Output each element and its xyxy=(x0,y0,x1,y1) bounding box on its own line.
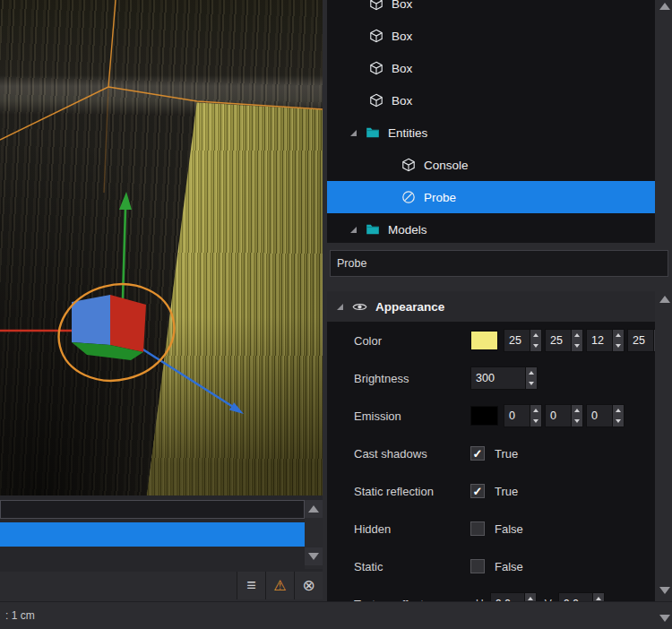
box-icon xyxy=(369,0,383,11)
spinner-value[interactable]: 25 xyxy=(504,330,530,351)
spinner-down-icon[interactable] xyxy=(530,416,541,427)
list-item[interactable] xyxy=(0,500,305,519)
spinner-down-icon[interactable] xyxy=(654,340,655,351)
tree-item-console[interactable]: Console xyxy=(327,149,655,181)
expand-arrow-icon[interactable] xyxy=(350,227,357,233)
scroll-down-button[interactable] xyxy=(305,547,323,565)
warning-icon: ⚠ xyxy=(273,577,286,594)
tree-item-label: Box xyxy=(392,30,412,43)
property-label: Static reflection xyxy=(354,485,470,498)
checkbox-value-label: True xyxy=(495,447,518,461)
viewport-toolbar: ≡ ⚠ ⊗ xyxy=(237,572,323,599)
property-row-texture-offset: Texture offset U 0.0 V 0.0 xyxy=(327,585,655,602)
scroll-up-button[interactable] xyxy=(305,500,323,518)
warning-button[interactable]: ⚠ xyxy=(265,572,294,599)
axis-z-blue xyxy=(142,349,233,407)
appearance-section-header[interactable]: Appearance xyxy=(327,291,655,322)
tree-item-label: Console xyxy=(424,159,469,172)
property-label: Emission xyxy=(354,409,470,423)
spinner-down-icon[interactable] xyxy=(526,378,537,389)
cast-shadows-checkbox[interactable]: ✓ xyxy=(470,446,485,461)
cube-face-blue xyxy=(72,295,110,345)
inspector-panel: Appearance Color 25 25 12 25 Brightness … xyxy=(327,291,655,602)
entity-name-input[interactable] xyxy=(330,250,668,277)
tree-item-label: Models xyxy=(388,223,427,237)
scroll-down-icon xyxy=(308,553,319,560)
spinner-value[interactable]: 25 xyxy=(628,330,653,351)
cube-face-red xyxy=(110,295,146,352)
spinner-value[interactable]: 25 xyxy=(546,330,571,351)
box-icon xyxy=(369,29,383,43)
property-label: Brightness xyxy=(354,372,470,385)
statusbar-scroll-down-icon[interactable] xyxy=(659,615,670,622)
static-checkbox[interactable] xyxy=(470,559,485,573)
folder-icon xyxy=(366,125,380,140)
static-reflection-checkbox[interactable]: ✓ xyxy=(470,484,485,498)
spinner-value[interactable]: 0 xyxy=(504,405,530,427)
spinner-down-icon[interactable] xyxy=(613,340,624,351)
spinner-up-icon[interactable] xyxy=(613,405,624,416)
box-icon xyxy=(369,93,383,108)
brightness-spinner[interactable]: 300 xyxy=(470,366,538,390)
inspector-scroll-up-icon[interactable] xyxy=(659,296,670,303)
menu-button[interactable]: ≡ xyxy=(237,572,265,599)
spinner-up-icon[interactable] xyxy=(530,330,541,340)
spinner-down-icon[interactable] xyxy=(613,416,624,427)
spinner-up-icon[interactable] xyxy=(572,405,582,416)
spinner-up-icon[interactable] xyxy=(654,330,655,340)
hierarchy-panel: Box Box Box Box Entities Console xyxy=(327,0,655,243)
property-row-static-reflection: Static reflection ✓ True xyxy=(327,472,655,510)
tree-item-models[interactable]: Models xyxy=(327,213,655,243)
asset-list xyxy=(0,495,323,572)
color-spinner-4[interactable]: 25 xyxy=(627,329,655,352)
emission-swatch[interactable] xyxy=(470,406,498,426)
tree-item-entities[interactable]: Entities xyxy=(327,116,655,149)
checkbox-value-label: True xyxy=(495,485,518,498)
inspector-scroll-down-icon[interactable] xyxy=(659,587,670,594)
emission-spinner-3[interactable]: 0 xyxy=(586,404,625,427)
color-spinner-1[interactable]: 25 xyxy=(504,329,542,352)
spinner-up-icon[interactable] xyxy=(613,330,624,340)
tree-item-box-4[interactable]: Box xyxy=(327,84,655,116)
tree-item-label: Box xyxy=(392,94,412,108)
checkbox-value-label: False xyxy=(495,560,523,573)
color-swatch[interactable] xyxy=(470,331,498,350)
spinner-value[interactable]: 0 xyxy=(546,405,571,427)
list-scrollbar[interactable] xyxy=(305,500,323,569)
eye-icon xyxy=(352,299,367,314)
checkbox-value-label: False xyxy=(495,522,523,536)
hidden-checkbox[interactable] xyxy=(470,521,485,536)
emission-spinner-2[interactable]: 0 xyxy=(545,404,583,427)
probe-icon xyxy=(401,190,416,204)
box-icon xyxy=(401,158,416,172)
gizmo-overlay xyxy=(0,0,323,495)
viewport-3d[interactable] xyxy=(0,0,323,495)
property-row-static: Static False xyxy=(327,547,655,585)
spinner-up-icon[interactable] xyxy=(526,367,537,378)
color-spinner-3[interactable]: 12 xyxy=(586,329,625,352)
tree-item-box-1[interactable]: Box xyxy=(327,0,655,20)
spinner-down-icon[interactable] xyxy=(572,340,582,351)
section-expand-arrow-icon[interactable] xyxy=(337,304,343,310)
tree-item-probe-selected[interactable]: Probe xyxy=(327,181,655,213)
property-row-brightness: Brightness 300 xyxy=(327,359,655,397)
list-item-selected[interactable] xyxy=(0,522,305,547)
property-label: Color xyxy=(354,334,470,348)
spinner-down-icon[interactable] xyxy=(572,416,582,427)
spinner-value[interactable]: 300 xyxy=(471,367,525,389)
expand-arrow-icon[interactable] xyxy=(350,130,357,136)
spinner-value[interactable]: 12 xyxy=(587,330,612,351)
spinner-value[interactable]: 0 xyxy=(587,405,612,427)
check-icon: ✓ xyxy=(473,447,483,461)
spinner-up-icon[interactable] xyxy=(572,330,582,340)
app-window: ≡ ⚠ ⊗ Box Box Box Box xyxy=(0,0,672,629)
close-button[interactable]: ⊗ xyxy=(294,572,323,599)
emission-spinner-1[interactable]: 0 xyxy=(504,404,542,427)
tree-item-box-3[interactable]: Box xyxy=(327,52,655,84)
spinner-up-icon[interactable] xyxy=(530,405,541,416)
property-row-color: Color 25 25 12 25 xyxy=(327,322,655,359)
tree-scroll-up-icon[interactable] xyxy=(659,3,670,10)
spinner-down-icon[interactable] xyxy=(530,340,541,351)
tree-item-box-2[interactable]: Box xyxy=(327,20,655,52)
color-spinner-2[interactable]: 25 xyxy=(545,329,583,352)
